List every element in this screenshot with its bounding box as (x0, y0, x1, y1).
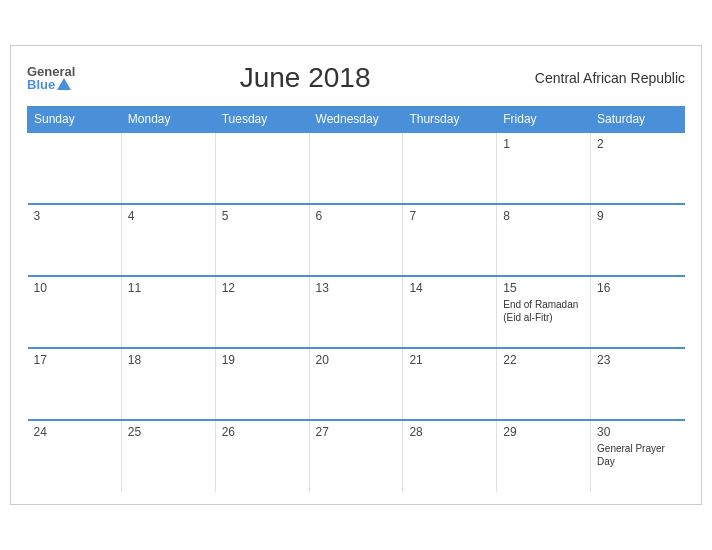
calendar-cell: 26 (215, 420, 309, 492)
calendar-cell: 12 (215, 276, 309, 348)
calendar-cell: 27 (309, 420, 403, 492)
calendar-cell: 1 (497, 132, 591, 204)
week-row-5: 24252627282930General Prayer Day (28, 420, 685, 492)
calendar-title: June 2018 (240, 62, 371, 94)
calendar-cell: 10 (28, 276, 122, 348)
day-number: 1 (503, 137, 584, 151)
weekday-header-row: SundayMondayTuesdayWednesdayThursdayFrid… (28, 107, 685, 133)
week-row-4: 17181920212223 (28, 348, 685, 420)
calendar-cell: 6 (309, 204, 403, 276)
calendar-cell: 8 (497, 204, 591, 276)
day-number: 18 (128, 353, 209, 367)
calendar-cell: 21 (403, 348, 497, 420)
day-number: 13 (316, 281, 397, 295)
calendar-cell: 3 (28, 204, 122, 276)
calendar-event: End of Ramadan(Eid al-Fitr) (503, 299, 578, 323)
calendar-cell: 25 (121, 420, 215, 492)
day-number: 30 (597, 425, 678, 439)
calendar-cell: 11 (121, 276, 215, 348)
calendar-header: General Blue June 2018 Central African R… (27, 62, 685, 94)
weekday-header-wednesday: Wednesday (309, 107, 403, 133)
calendar-cell: 19 (215, 348, 309, 420)
day-number: 23 (597, 353, 678, 367)
weekday-header-saturday: Saturday (591, 107, 685, 133)
calendar-cell: 9 (591, 204, 685, 276)
day-number: 29 (503, 425, 584, 439)
day-number: 8 (503, 209, 584, 223)
calendar-cell: 18 (121, 348, 215, 420)
day-number: 27 (316, 425, 397, 439)
calendar-cell: 4 (121, 204, 215, 276)
weekday-header-monday: Monday (121, 107, 215, 133)
day-number: 25 (128, 425, 209, 439)
calendar-cell: 5 (215, 204, 309, 276)
day-number: 4 (128, 209, 209, 223)
calendar-cell: 22 (497, 348, 591, 420)
calendar-event: General Prayer Day (597, 443, 665, 467)
calendar-cell: 30General Prayer Day (591, 420, 685, 492)
calendar-cell: 15End of Ramadan(Eid al-Fitr) (497, 276, 591, 348)
day-number: 17 (34, 353, 115, 367)
calendar-cell: 13 (309, 276, 403, 348)
weekday-header-friday: Friday (497, 107, 591, 133)
day-number: 10 (34, 281, 115, 295)
calendar-cell: 28 (403, 420, 497, 492)
calendar-cell: 7 (403, 204, 497, 276)
day-number: 3 (34, 209, 115, 223)
calendar-cell: 20 (309, 348, 403, 420)
calendar-container: General Blue June 2018 Central African R… (10, 45, 702, 505)
calendar-cell: 29 (497, 420, 591, 492)
calendar-cell (403, 132, 497, 204)
day-number: 21 (409, 353, 490, 367)
day-number: 15 (503, 281, 584, 295)
calendar-cell (309, 132, 403, 204)
week-row-2: 3456789 (28, 204, 685, 276)
weekday-header-thursday: Thursday (403, 107, 497, 133)
country-label: Central African Republic (535, 70, 685, 86)
day-number: 26 (222, 425, 303, 439)
calendar-cell: 23 (591, 348, 685, 420)
calendar-cell (121, 132, 215, 204)
calendar-cell: 14 (403, 276, 497, 348)
calendar-grid: SundayMondayTuesdayWednesdayThursdayFrid… (27, 106, 685, 492)
day-number: 20 (316, 353, 397, 367)
day-number: 12 (222, 281, 303, 295)
calendar-cell: 16 (591, 276, 685, 348)
day-number: 19 (222, 353, 303, 367)
day-number: 6 (316, 209, 397, 223)
weekday-header-tuesday: Tuesday (215, 107, 309, 133)
week-row-1: 12 (28, 132, 685, 204)
logo-triangle-icon (57, 78, 71, 90)
day-number: 9 (597, 209, 678, 223)
day-number: 11 (128, 281, 209, 295)
day-number: 22 (503, 353, 584, 367)
day-number: 5 (222, 209, 303, 223)
calendar-cell (28, 132, 122, 204)
day-number: 16 (597, 281, 678, 295)
day-number: 7 (409, 209, 490, 223)
logo: General Blue (27, 65, 75, 91)
day-number: 28 (409, 425, 490, 439)
day-number: 2 (597, 137, 678, 151)
week-row-3: 101112131415End of Ramadan(Eid al-Fitr)1… (28, 276, 685, 348)
calendar-cell (215, 132, 309, 204)
calendar-cell: 24 (28, 420, 122, 492)
calendar-cell: 2 (591, 132, 685, 204)
weekday-header-sunday: Sunday (28, 107, 122, 133)
logo-blue-text: Blue (27, 78, 75, 91)
day-number: 24 (34, 425, 115, 439)
day-number: 14 (409, 281, 490, 295)
calendar-cell: 17 (28, 348, 122, 420)
